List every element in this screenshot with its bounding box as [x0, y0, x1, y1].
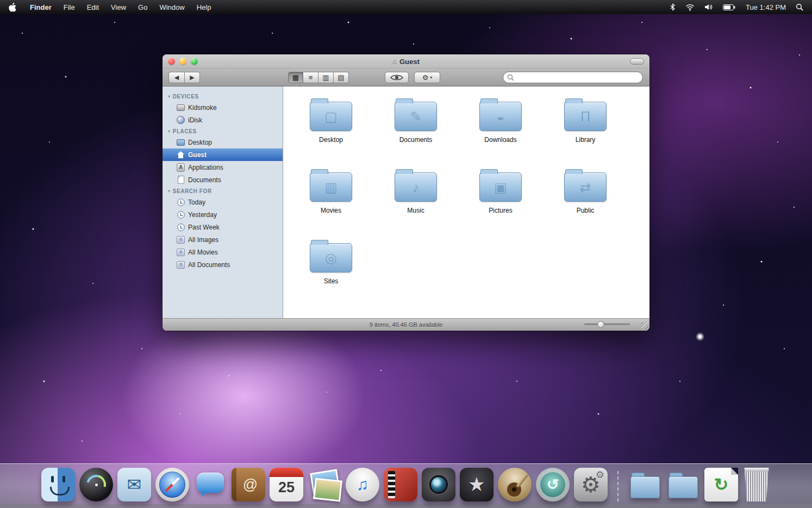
preview-dock-icon[interactable] — [308, 468, 341, 501]
folder-icon: ▣ — [479, 172, 522, 202]
sidebar-item-desktop[interactable]: Desktop — [163, 136, 283, 148]
time-machine-dock-icon[interactable] — [536, 468, 570, 501]
garageband-dock-icon[interactable] — [498, 468, 532, 501]
column-view-button[interactable]: ▥ — [318, 72, 334, 83]
window-title: Guest — [399, 58, 420, 66]
imovie-dock-icon[interactable] — [460, 468, 494, 501]
dvd-player-dock-icon[interactable] — [384, 468, 417, 501]
sidebar-item-idisk[interactable]: iDisk — [163, 114, 283, 126]
sidebar-item-today[interactable]: Today — [163, 196, 283, 208]
file-view[interactable]: ▢Desktop✎Documents◒DownloadsΠLibrary▥Mov… — [283, 86, 649, 318]
status-bar: 9 items, 40.46 GB available — [163, 318, 649, 331]
folder-music[interactable]: ♪Music — [373, 165, 458, 236]
menu-finder[interactable]: Finder — [24, 3, 58, 11]
dock-icons: 25 — [0, 468, 812, 501]
folder-documents[interactable]: ✎Documents — [373, 94, 458, 165]
menu-go[interactable]: Go — [132, 3, 153, 11]
folder-emblem-icon: ▥ — [310, 173, 352, 201]
ical-dock-icon[interactable]: 25 — [270, 468, 303, 501]
folder-label: Sites — [324, 277, 339, 285]
folder-library[interactable]: ΠLibrary — [543, 94, 628, 165]
mail-dock-icon[interactable] — [117, 468, 151, 501]
hard-drive-icon — [177, 104, 185, 111]
search-input[interactable] — [517, 72, 642, 82]
downloads-stack-dock-icon[interactable] — [704, 468, 738, 501]
search-field[interactable] — [503, 71, 643, 83]
address-book-dock-icon[interactable] — [232, 468, 265, 501]
forward-button[interactable]: ▶ — [184, 72, 200, 83]
idisk-icon — [177, 116, 185, 124]
resize-grip[interactable] — [641, 323, 648, 330]
icon-size-slider[interactable] — [584, 324, 630, 326]
volume-icon[interactable] — [699, 0, 718, 14]
folder-sites[interactable]: ◎Sites — [289, 236, 373, 306]
action-menu-button[interactable]: ⚙ ▾ — [414, 72, 440, 83]
sidebar-item-yesterday[interactable]: Yesterday — [163, 208, 283, 221]
finder-dock-icon[interactable] — [41, 468, 75, 501]
folder-desktop[interactable]: ▢Desktop — [289, 94, 373, 165]
disclosure-triangle-icon[interactable]: ▾ — [168, 189, 171, 194]
disclosure-triangle-icon[interactable]: ▾ — [168, 94, 171, 99]
back-button[interactable]: ◀ — [168, 72, 184, 83]
folder-pictures[interactable]: ▣Pictures — [458, 165, 543, 236]
folder-emblem-icon: ⇄ — [565, 173, 606, 201]
safari-dock-icon[interactable] — [155, 468, 189, 501]
sidebar-item-all-movies[interactable]: All Movies — [163, 246, 283, 258]
quick-look-button[interactable] — [385, 72, 409, 83]
folder-emblem-icon: ◒ — [480, 102, 521, 131]
documents-folder-dock-icon[interactable] — [666, 468, 700, 501]
sidebar-item-all-images[interactable]: All Images — [163, 233, 283, 246]
dashboard-dock-icon[interactable] — [79, 468, 113, 501]
menu-bar: Finder FileEditViewGoWindowHelp Tue 1:42… — [0, 0, 812, 14]
window-body: ▾DEVICESKidsmokeiDisk▾PLACESDesktopGuest… — [163, 86, 649, 318]
menu-bar-clock[interactable]: Tue 1:42 PM — [740, 3, 791, 11]
bluetooth-icon[interactable] — [665, 0, 680, 14]
toolbar-toggle-button[interactable] — [630, 58, 644, 65]
ichat-dock-icon[interactable] — [193, 468, 227, 501]
folder-public[interactable]: ⇄Public — [543, 165, 628, 236]
battery-icon[interactable] — [718, 0, 740, 14]
window-title-area: ⌂ Guest — [163, 54, 649, 69]
apple-menu[interactable] — [0, 0, 24, 14]
folder-label: Downloads — [484, 136, 516, 144]
disclosure-triangle-icon[interactable]: ▾ — [168, 129, 171, 134]
menu-help[interactable]: Help — [191, 3, 217, 11]
applications-folder-dock-icon[interactable] — [628, 468, 662, 501]
wifi-icon[interactable] — [680, 0, 699, 14]
menu-view[interactable]: View — [105, 3, 132, 11]
applications-icon — [177, 164, 185, 171]
home-icon[interactable]: ⌂ — [392, 58, 397, 66]
itunes-dock-icon[interactable] — [346, 468, 379, 501]
list-view-button[interactable]: ≡ — [303, 72, 318, 83]
desktop[interactable]: Finder FileEditViewGoWindowHelp Tue 1:42… — [0, 0, 812, 508]
menu-bar-right: Tue 1:42 PM — [665, 0, 812, 14]
sidebar-item-label: Guest — [188, 151, 207, 159]
section-header-search-for[interactable]: ▾SEARCH FOR — [163, 186, 283, 196]
coverflow-view-button[interactable]: ▤ — [334, 72, 349, 83]
section-header-places[interactable]: ▾PLACES — [163, 126, 283, 136]
section-header-devices[interactable]: ▾DEVICES — [163, 91, 283, 101]
ical-day-number: 25 — [270, 479, 303, 496]
folder-movies[interactable]: ▥Movies — [289, 165, 373, 236]
photo-booth-dock-icon[interactable] — [422, 468, 455, 501]
slider-knob[interactable] — [597, 321, 604, 328]
folder-downloads[interactable]: ◒Downloads — [458, 94, 543, 165]
icon-view-button[interactable]: ▦ — [288, 72, 303, 83]
title-bar[interactable]: ⌂ Guest — [163, 54, 649, 69]
trash-dock-icon[interactable] — [742, 468, 771, 501]
sidebar-item-documents[interactable]: Documents — [163, 174, 283, 186]
menu-window[interactable]: Window — [153, 3, 190, 11]
sidebar-item-all-documents[interactable]: All Documents — [163, 258, 283, 271]
sidebar-item-guest[interactable]: Guest — [163, 148, 283, 161]
search-icon — [507, 74, 514, 81]
sidebar-item-label: iDisk — [188, 116, 202, 124]
menu-edit[interactable]: Edit — [81, 3, 105, 11]
spotlight-icon[interactable] — [791, 0, 812, 14]
system-preferences-dock-icon[interactable] — [574, 468, 608, 501]
sidebar-item-past-week[interactable]: Past Week — [163, 221, 283, 233]
folder-icon: ▥ — [310, 172, 352, 202]
sidebar-item-kidsmoke[interactable]: Kidsmoke — [163, 101, 283, 114]
sidebar-item-applications[interactable]: Applications — [163, 161, 283, 174]
folder-label: Library — [576, 136, 596, 144]
menu-file[interactable]: File — [58, 3, 81, 11]
